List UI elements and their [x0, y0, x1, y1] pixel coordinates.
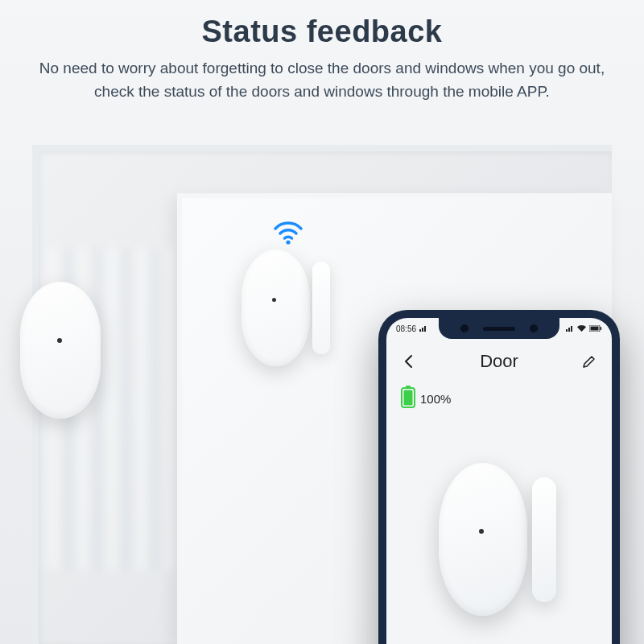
status-bar-wifi-icon [577, 325, 586, 332]
status-bar-signal-icon [566, 325, 574, 332]
svg-rect-3 [601, 327, 602, 330]
edit-button[interactable] [580, 352, 599, 371]
battery-icon [401, 386, 415, 411]
back-button[interactable] [399, 352, 419, 371]
svg-rect-6 [404, 390, 413, 406]
sensor-magnet [312, 262, 330, 354]
status-bar-signal-icon [419, 325, 427, 332]
sensor-illustration-magnet [532, 477, 556, 602]
status-time: 08:56 [396, 324, 416, 333]
app-header: Door [386, 344, 612, 379]
battery-percent: 100% [420, 392, 451, 406]
marketing-header: Status feedback No need to worry about f… [0, 14, 644, 103]
phone-notch [439, 318, 559, 339]
wifi-icon [270, 213, 306, 248]
phone-screen: 08:56 Door [386, 318, 612, 644]
sensor-illustration [431, 463, 568, 644]
svg-point-0 [286, 240, 290, 244]
svg-rect-2 [591, 327, 599, 331]
arrow-left-icon [401, 353, 417, 369]
device-battery-row: 100% [401, 386, 451, 411]
page-subtitle: No need to worry about forgetting to clo… [32, 57, 612, 103]
sensor-illustration-body [439, 463, 527, 616]
sensor-body [242, 250, 310, 366]
door-sensor-left [20, 282, 101, 419]
app-title: Door [480, 351, 518, 372]
phone-mockup: 08:56 Door [378, 310, 620, 644]
status-bar-battery-icon [589, 325, 602, 332]
page-title: Status feedback [0, 14, 644, 49]
pencil-icon [582, 354, 597, 369]
